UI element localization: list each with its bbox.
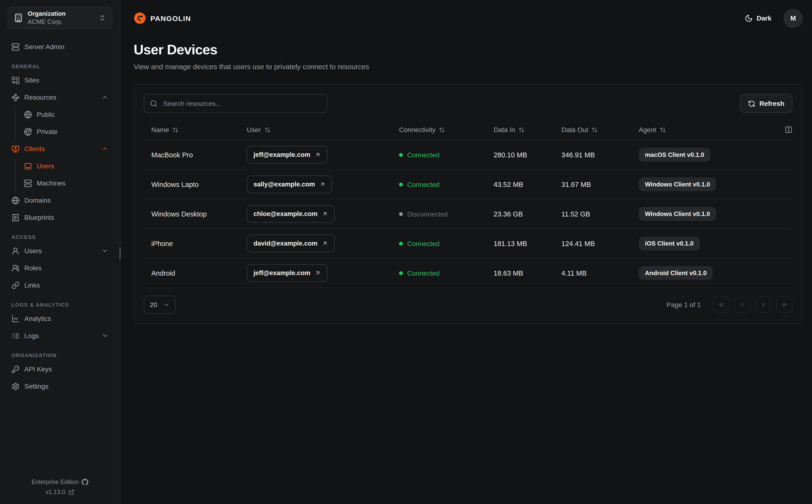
sidebar-item-server-admin[interactable]: Server Admin (8, 39, 112, 55)
connectivity-status: Connected (399, 240, 494, 247)
section-label-general: GENERAL (11, 63, 112, 69)
sidebar-item-public[interactable]: Public (15, 106, 112, 123)
pagination-controls: Page 1 of 1 (667, 297, 792, 313)
page-subtitle: View and manage devices that users use t… (134, 62, 799, 71)
column-header-name[interactable]: Name (144, 126, 247, 134)
page-size-value: 20 (150, 301, 157, 309)
sidebar-resize-handle[interactable] (119, 247, 121, 259)
sidebar-item-label: Analytics (24, 315, 108, 322)
chevrons-left-icon (718, 301, 725, 308)
sidebar-item-domains[interactable]: Domains (8, 192, 112, 208)
sidebar-item-analytics[interactable]: Analytics (8, 310, 112, 327)
sidebar-item-links[interactable]: Links (8, 277, 112, 293)
sidebar-item-label: Clients (24, 145, 97, 153)
sidebar-item-roles[interactable]: Roles (8, 260, 112, 276)
device-name: iPhone (144, 240, 247, 247)
connectivity-status: Disconnected (399, 210, 494, 218)
user-link-button[interactable]: jeff@example.com (247, 264, 328, 282)
gear-icon (11, 382, 20, 390)
first-page-button[interactable] (713, 297, 729, 313)
connectivity-status: Connected (399, 151, 494, 159)
org-selector-value: ACME Corp. (28, 18, 94, 26)
agent-badge: Windows Client v0.1.0 (639, 207, 716, 221)
sidebar-item-settings[interactable]: Settings (8, 378, 112, 394)
previous-page-button[interactable] (734, 297, 750, 313)
sidebar-item-client-users[interactable]: Users (15, 158, 112, 174)
pagination-bar: 20 Page 1 of 1 (144, 296, 792, 314)
brand-logo[interactable]: PANGOLIN (134, 12, 191, 24)
table-row: iPhone david@example.com Connected 181.1… (144, 229, 792, 258)
sidebar-item-blueprints[interactable]: Blueprints (8, 209, 112, 226)
sidebar-item-clients[interactable]: Clients (8, 141, 112, 157)
table-row: MacBook Pro jeff@example.com Connected 2… (144, 140, 792, 170)
card-toolbar: Refresh (144, 94, 792, 113)
next-page-button[interactable] (755, 297, 771, 313)
chevron-down-icon (102, 332, 108, 339)
user-link-button[interactable]: sally@example.com (247, 175, 332, 193)
edition-link[interactable]: Enterprise Edition (31, 479, 88, 485)
column-visibility-button[interactable] (771, 126, 792, 134)
user-link-button[interactable]: david@example.com (247, 235, 335, 252)
column-header-data-in[interactable]: Data In (494, 126, 561, 134)
sort-icon (518, 127, 525, 133)
server-icon (11, 43, 20, 51)
sidebar-item-label: API Keys (24, 365, 108, 373)
user-link-button[interactable]: chloe@example.com (247, 205, 335, 223)
avatar[interactable]: M (784, 9, 802, 27)
users-icon (11, 264, 20, 272)
devices-card: Refresh Name User Connectivity Data In D… (134, 84, 802, 324)
theme-toggle[interactable]: Dark (742, 14, 774, 23)
sidebar-item-resources[interactable]: Resources (8, 89, 112, 105)
org-selector-label: Organization (28, 10, 94, 17)
user-link-button[interactable]: jeff@example.com (247, 146, 328, 164)
sidebar-item-machines[interactable]: Machines (15, 175, 112, 191)
org-selector[interactable]: Organization ACME Corp. (8, 7, 112, 29)
sort-icon (439, 127, 445, 133)
clients-sub-list: Users Machines (15, 158, 112, 192)
data-in-value: 181.13 MB (494, 240, 561, 247)
chevrons-up-down-icon (99, 14, 106, 21)
sidebar-item-access-users[interactable]: Users (8, 243, 112, 259)
sidebar-item-sites[interactable]: Sites (8, 72, 112, 88)
agent-badge: macOS Client v0.1.0 (639, 148, 711, 162)
chevron-up-icon (102, 145, 108, 152)
data-in-value: 18.63 MB (494, 269, 561, 277)
waypoints-icon (11, 93, 20, 101)
sidebar-item-logs[interactable]: Logs (8, 328, 112, 344)
sidebar: Organization ACME Corp. Server Admin GEN… (0, 0, 120, 504)
column-header-user[interactable]: User (247, 126, 399, 134)
page-title: User Devices (134, 42, 799, 58)
column-header-agent[interactable]: Agent (639, 126, 771, 134)
column-header-data-out[interactable]: Data Out (561, 126, 639, 134)
avatar-initial: M (790, 14, 796, 22)
github-icon (82, 479, 88, 485)
sidebar-item-api-keys[interactable]: API Keys (8, 361, 112, 377)
sidebar-item-label: Links (24, 281, 108, 289)
refresh-button[interactable]: Refresh (740, 94, 792, 113)
sidebar-item-private[interactable]: Private (15, 123, 112, 140)
connectivity-status: Connected (399, 269, 494, 277)
arrow-up-right-icon (322, 240, 328, 247)
user-icon (11, 247, 20, 255)
link-icon (11, 281, 20, 289)
sidebar-item-label: Private (37, 128, 108, 135)
table-header-row: Name User Connectivity Data In Data Out … (144, 120, 792, 140)
sidebar-item-label: Blueprints (24, 214, 108, 221)
building-icon (14, 13, 23, 22)
pangolin-logo-icon (134, 12, 146, 24)
device-name: Windows Lapto (144, 180, 247, 188)
server-icon (24, 179, 32, 187)
page-size-select[interactable]: 20 (144, 296, 175, 314)
data-out-value: 11.52 GB (561, 210, 639, 218)
laptop-icon (24, 162, 32, 170)
column-header-connectivity[interactable]: Connectivity (399, 126, 494, 134)
version-link[interactable]: v1.13.0 (46, 489, 74, 495)
edition-label: Enterprise Edition (31, 479, 78, 485)
search-input[interactable] (162, 99, 321, 108)
arrow-up-right-icon (315, 270, 321, 276)
combine-icon (11, 76, 20, 84)
external-link-icon (68, 489, 74, 495)
data-out-value: 4.11 MB (561, 269, 639, 277)
last-page-button[interactable] (776, 297, 792, 313)
monitor-up-icon (11, 145, 20, 153)
